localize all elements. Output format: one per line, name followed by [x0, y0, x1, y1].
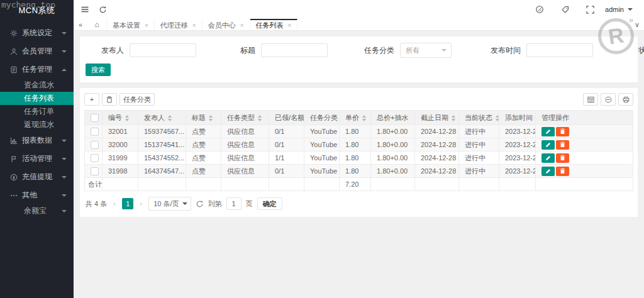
publish-time-label: 发布时间 — [491, 45, 521, 56]
edit-button[interactable] — [541, 127, 555, 136]
sort-icon[interactable] — [452, 115, 455, 121]
sort-icon[interactable] — [209, 115, 213, 121]
refresh-page-icon[interactable] — [94, 0, 111, 19]
sort-icon[interactable] — [125, 115, 129, 121]
title-input[interactable] — [261, 43, 328, 57]
sidebar-item-others[interactable]: 其他 — [0, 186, 74, 204]
export-icon[interactable] — [601, 93, 616, 106]
cell: 0/1 — [269, 165, 304, 178]
cell: 1/1 — [269, 152, 304, 165]
sidebar-subitem-cashback-flow[interactable]: 返现流水 — [0, 118, 74, 131]
column-header[interactable]: 当前状态 — [459, 111, 499, 125]
column-header[interactable]: 添加时间 — [499, 111, 536, 125]
column-header[interactable]: 任务类型 — [221, 111, 269, 125]
sidebar-subitem-fund-flow[interactable]: 资金流水 — [0, 79, 74, 92]
chevron-down-icon — [182, 202, 187, 205]
dots-icon — [9, 191, 18, 199]
cell: 2024-12-28 — [415, 165, 459, 178]
sidebar-item-report-data[interactable]: 报表数据 — [0, 131, 74, 150]
sidebar-item-label: 充值提现 — [22, 168, 52, 186]
sidebar-subitem-task-orders[interactable]: 任务订单 — [0, 105, 74, 118]
search-field-status: 状态全部 — [638, 43, 644, 58]
row-checkbox[interactable] — [91, 154, 99, 162]
search-button[interactable]: 搜索 — [86, 63, 111, 76]
cell: 点赞 — [186, 165, 221, 178]
sort-icon[interactable] — [168, 115, 172, 121]
cell: 2024-12-28 — [415, 138, 459, 152]
sidebar-item-member-management[interactable]: 会员管理 — [0, 42, 74, 60]
delete-button[interactable] — [556, 167, 569, 176]
sidebar-item-label: 任务管理 — [22, 60, 52, 79]
chevron-icon — [62, 32, 67, 35]
sidebar-subitem-task-list[interactable]: 任务列表 — [0, 92, 74, 105]
delete-button[interactable] — [556, 127, 569, 136]
column-header: 已领/名额 — [269, 111, 304, 125]
cell: 2023-12-2... — [499, 152, 536, 165]
close-icon[interactable]: × — [192, 22, 196, 29]
edit-button[interactable] — [541, 167, 555, 176]
close-icon[interactable]: × — [145, 22, 148, 29]
publisher-input[interactable] — [130, 43, 196, 57]
delete-button[interactable] — [556, 153, 569, 163]
delete-selected-button[interactable] — [102, 93, 117, 106]
search-field-title: 标题 — [240, 43, 328, 57]
task-category-button[interactable]: 任务分类 — [119, 93, 155, 106]
row-checkbox[interactable] — [91, 128, 99, 136]
sort-icon[interactable] — [362, 115, 366, 121]
sort-icon[interactable] — [258, 115, 262, 121]
sort-icon[interactable] — [496, 115, 499, 121]
prev-page-icon[interactable]: ‹ — [111, 199, 118, 208]
add-button[interactable]: + — [84, 93, 99, 106]
goto-page-input[interactable] — [226, 197, 242, 210]
close-icon[interactable]: × — [288, 22, 292, 29]
page-size-select[interactable]: 10 条/页 — [148, 197, 191, 211]
column-header[interactable]: 发布人 — [138, 111, 186, 125]
fullscreen-icon[interactable] — [577, 0, 602, 19]
sidebar-item-recharge-withdraw[interactable]: 充值提现 — [0, 168, 74, 186]
column-header[interactable]: 单价 — [340, 111, 371, 125]
current-page-button[interactable]: 1 — [122, 198, 133, 209]
next-page-icon[interactable]: › — [138, 199, 144, 208]
tab-2[interactable]: 会员中心× — [203, 19, 250, 30]
chevron-icon — [62, 158, 67, 160]
column-header[interactable]: 任务分类 — [304, 111, 340, 125]
sidebar-item-task-management[interactable]: 任务管理 — [0, 60, 74, 79]
edit-button[interactable] — [541, 153, 555, 163]
tag-icon[interactable] — [552, 0, 577, 19]
column-header[interactable]: 截止日期 — [415, 111, 459, 125]
user-menu[interactable]: admin — [602, 6, 635, 13]
edit-button[interactable] — [541, 140, 555, 150]
refresh-table-icon[interactable] — [196, 200, 204, 208]
row-checkbox[interactable] — [91, 141, 99, 149]
column-header[interactable]: 标题 — [186, 111, 221, 125]
clear-cache-icon[interactable] — [527, 0, 552, 19]
select-all-checkbox[interactable] — [91, 114, 99, 122]
publish-time-input[interactable] — [526, 43, 593, 57]
goto-confirm-button[interactable]: 确定 — [257, 197, 282, 210]
filter-columns-icon[interactable] — [583, 93, 598, 106]
column-header[interactable]: 编号 — [103, 111, 138, 125]
pagination: 共 4 条 ‹ 1 › 10 条/页 到第 页 确定 — [86, 197, 633, 211]
home-tab[interactable]: ⌂ — [87, 19, 107, 30]
collapse-sidebar-icon[interactable] — [76, 0, 94, 19]
task-category-select[interactable]: 所有 — [400, 43, 452, 58]
cell: 164374547... — [138, 165, 186, 178]
delete-button[interactable] — [556, 140, 569, 150]
tabs-dropdown-icon[interactable]: ∨ — [630, 19, 644, 30]
tab-1[interactable]: 代理迁移× — [155, 19, 203, 30]
cell: 供应信息 — [221, 125, 269, 138]
tab-3[interactable]: 任务列表× — [250, 19, 298, 30]
cell: 进行中 — [459, 152, 499, 165]
tab-0[interactable]: 基本设置× — [107, 19, 155, 30]
tabs-scroll-left-icon[interactable]: « — [74, 19, 87, 30]
sidebar-item-system-settings[interactable]: 系统设定 — [0, 24, 74, 42]
print-icon[interactable] — [618, 93, 633, 106]
chevron-icon — [62, 50, 67, 53]
row-checkbox[interactable] — [91, 167, 99, 175]
sidebar-subitem-yuebao[interactable]: 余额宝 — [0, 204, 74, 218]
cell: 2024-12-28 — [415, 152, 459, 165]
sidebar-item-activity-management[interactable]: 活动管理 — [0, 150, 74, 168]
cell: 2024-12-28 — [415, 125, 459, 138]
total-row: 合计7.20 — [85, 178, 633, 191]
close-icon[interactable]: × — [240, 22, 244, 29]
